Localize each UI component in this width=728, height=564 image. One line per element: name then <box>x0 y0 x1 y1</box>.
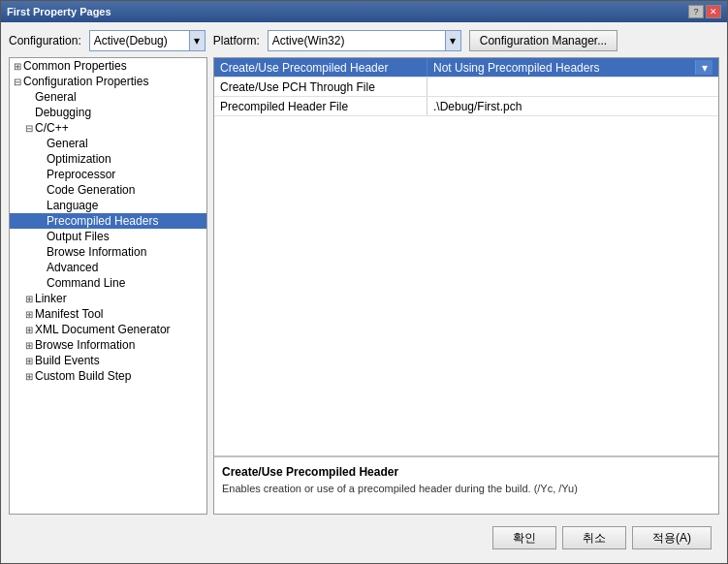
tree-item-label: General <box>35 90 77 104</box>
tree-item-label: Common Properties <box>23 59 127 73</box>
tree-item-label: Build Events <box>35 354 100 367</box>
tree-expand-icon: ⊞ <box>12 61 23 72</box>
tree-item-label: Linker <box>35 292 67 305</box>
panels: ⊞Common Properties⊟Configuration Propert… <box>9 57 719 515</box>
platform-value: Active(Win32) <box>272 34 345 47</box>
tree-item[interactable]: General <box>10 136 206 151</box>
prop-row[interactable]: Precompiled Header File.\Debug/First.pch <box>214 97 718 116</box>
tree-expand-icon: ⊟ <box>12 77 23 87</box>
tree-item[interactable]: Preprocessor <box>10 167 206 182</box>
tree-item[interactable]: ⊟Configuration Properties <box>10 74 206 89</box>
properties-table: Create/Use Precompiled HeaderNot Using P… <box>214 58 718 455</box>
tree-item[interactable]: ⊞Browse Information <box>10 337 206 353</box>
tree-item-label: Precompiled Headers <box>47 214 158 228</box>
prop-value-text: Not Using Precompiled Headers <box>433 61 599 75</box>
tree-item[interactable]: ⊞Custom Build Step <box>10 368 206 384</box>
tree-expand-icon: ⊞ <box>23 356 35 366</box>
tree-panel[interactable]: ⊞Common Properties⊟Configuration Propert… <box>9 57 207 515</box>
config-dropdown-arrow[interactable]: ▾ <box>189 31 205 50</box>
tree-item[interactable]: ⊞Common Properties <box>10 58 206 74</box>
tree-expand-icon: ⊞ <box>23 325 35 335</box>
tree-item[interactable]: Output Files <box>10 229 206 244</box>
tree-item-label: Browse Information <box>47 245 146 259</box>
tree-item-label: Optimization <box>47 152 111 166</box>
help-button[interactable]: ? <box>688 5 704 18</box>
tree-item-label: XML Document Generator <box>35 323 171 336</box>
prop-name: Precompiled Header File <box>214 97 427 115</box>
tree-item-label: Configuration Properties <box>23 75 148 88</box>
tree-expand-icon: ⊟ <box>23 123 35 134</box>
tree-expand-icon: ⊞ <box>23 294 35 304</box>
tree-item[interactable]: ⊟C/C++ <box>10 120 206 136</box>
prop-row[interactable]: Create/Use Precompiled HeaderNot Using P… <box>214 58 718 78</box>
tree-item-label: Advanced <box>47 261 98 274</box>
tree-expand-icon: ⊞ <box>23 340 35 351</box>
tree-item-label: Command Line <box>47 276 125 290</box>
tree-item[interactable]: Language <box>10 198 206 213</box>
tree-item[interactable]: Browse Information <box>10 244 206 260</box>
ok-button[interactable]: 확인 <box>492 526 556 549</box>
tree-expand-icon: ⊞ <box>23 371 35 382</box>
tree-expand-icon: ⊞ <box>23 309 35 320</box>
prop-value-dropdown-arrow[interactable]: ▾ <box>695 60 712 75</box>
tree-item[interactable]: ⊞Linker <box>10 291 206 306</box>
prop-value <box>427 78 718 96</box>
prop-value-text: .\Debug/First.pch <box>433 100 522 113</box>
tree-item-label: Custom Build Step <box>35 369 131 383</box>
main-content: Configuration: Active(Debug) ▾ Platform:… <box>1 22 727 563</box>
right-panel: Create/Use Precompiled HeaderNot Using P… <box>213 57 719 515</box>
tree-item-label: Code Generation <box>47 183 135 197</box>
tree-item-label: C/C++ <box>35 121 69 135</box>
prop-value: Not Using Precompiled Headers▾ <box>427 58 718 77</box>
tree-item[interactable]: ⊞XML Document Generator <box>10 322 206 337</box>
tree-item[interactable]: ⊞Build Events <box>10 353 206 368</box>
title-bar-buttons: ? ✕ <box>688 5 721 18</box>
tree-item[interactable]: Code Generation <box>10 182 206 198</box>
close-button[interactable]: ✕ <box>706 5 721 18</box>
main-window: First Property Pages ? ✕ Configuration: … <box>0 0 728 564</box>
config-label: Configuration: <box>9 34 81 47</box>
platform-dropdown-arrow[interactable]: ▾ <box>445 31 460 50</box>
apply-button[interactable]: 적용(A) <box>632 526 712 549</box>
tree-item-label: Browse Information <box>35 338 135 352</box>
prop-row[interactable]: Create/Use PCH Through File <box>214 78 718 97</box>
info-title: Create/Use Precompiled Header <box>222 465 711 479</box>
config-row: Configuration: Active(Debug) ▾ Platform:… <box>9 30 719 51</box>
config-dropdown[interactable]: Active(Debug) ▾ <box>89 30 206 51</box>
platform-label: Platform: <box>213 34 260 47</box>
tree-item-label: Language <box>47 199 98 212</box>
prop-value: .\Debug/First.pch <box>427 97 718 115</box>
platform-dropdown[interactable]: Active(Win32) ▾ <box>268 30 461 51</box>
config-manager-button[interactable]: Configuration Manager... <box>469 30 617 51</box>
tree-item[interactable]: Debugging <box>10 105 206 120</box>
tree-item[interactable]: General <box>10 89 206 105</box>
config-value: Active(Debug) <box>94 34 168 47</box>
cancel-button[interactable]: 취소 <box>562 526 626 549</box>
tree-item[interactable]: Optimization <box>10 151 206 167</box>
bottom-buttons: 확인 취소 적용(A) <box>9 520 719 555</box>
window-title: First Property Pages <box>7 6 111 17</box>
prop-name: Create/Use PCH Through File <box>214 78 427 96</box>
tree-item-label: Manifest Tool <box>35 307 103 321</box>
tree-item-label: Debugging <box>35 106 91 119</box>
info-description: Enables creation or use of a precompiled… <box>222 483 711 494</box>
tree-item[interactable]: ⊞Manifest Tool <box>10 306 206 322</box>
tree-item-label: General <box>47 137 88 150</box>
tree-item[interactable]: Advanced <box>10 260 206 275</box>
title-bar: First Property Pages ? ✕ <box>1 1 727 22</box>
tree-item-label: Output Files <box>47 230 110 243</box>
tree-item-label: Preprocessor <box>47 168 115 181</box>
info-panel: Create/Use Precompiled Header Enables cr… <box>214 455 718 514</box>
tree-item[interactable]: Command Line <box>10 275 206 291</box>
prop-name: Create/Use Precompiled Header <box>214 58 427 77</box>
tree-item[interactable]: Precompiled Headers <box>10 213 206 229</box>
